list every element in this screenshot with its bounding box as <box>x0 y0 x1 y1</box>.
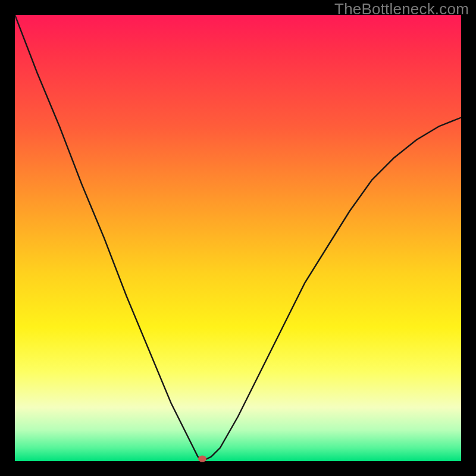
chart-frame <box>15 15 461 461</box>
bottleneck-curve <box>15 15 461 461</box>
curve-path <box>15 15 461 461</box>
optimum-marker <box>198 456 206 462</box>
watermark-text: TheBottleneck.com <box>334 0 469 18</box>
